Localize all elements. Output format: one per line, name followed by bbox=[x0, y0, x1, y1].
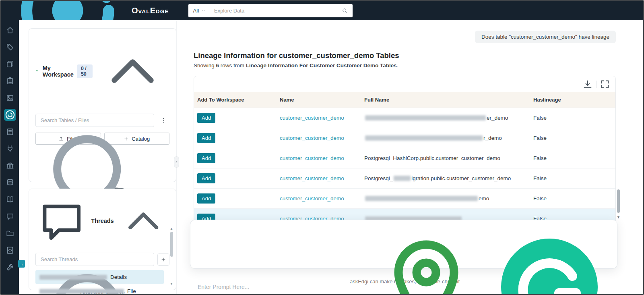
table-row: Addcustomer_customer_demor_demoFalse bbox=[194, 128, 615, 148]
main-scrollbar-thumb[interactable] bbox=[617, 189, 620, 213]
rail-askedgi-icon[interactable] bbox=[4, 109, 16, 121]
column-header: Haslineage bbox=[530, 92, 615, 108]
table-name-link[interactable]: customer_customer_demo bbox=[280, 195, 344, 202]
rail-home-icon[interactable] bbox=[6, 26, 14, 35]
fullscreen-icon bbox=[599, 79, 611, 90]
threads-scrollbar[interactable]: ▲ ▼ bbox=[169, 227, 174, 286]
results-table-card: Add To WorkspaceNameFull NameHaslineage … bbox=[194, 76, 616, 229]
table-row: Addcustomer_customer_demoPostgresql_Hash… bbox=[194, 148, 615, 168]
left-panel: My Workspace 0 / 50 Files bbox=[19, 20, 177, 294]
chevron-left-icon bbox=[174, 160, 179, 164]
workspace-header: My Workspace 0 / 50 bbox=[35, 34, 169, 108]
scroll-up-icon[interactable]: ▲ bbox=[170, 227, 173, 231]
column-header: Full Name bbox=[361, 92, 530, 108]
user-question-chip: Does table "customer_customer_demo" have… bbox=[475, 31, 616, 43]
toolbar-divider bbox=[596, 81, 597, 88]
grammarly-extension-icon[interactable] bbox=[489, 226, 610, 295]
add-to-workspace-button[interactable]: Add bbox=[197, 113, 215, 123]
left-rail bbox=[1, 20, 19, 294]
chat-main: Does table "customer_customer_demo" have… bbox=[177, 20, 643, 294]
global-search: All bbox=[188, 4, 353, 17]
threads-card: Threads DetailsFileFileThird Party Jars … bbox=[29, 189, 176, 290]
haslineage-cell: False bbox=[530, 148, 615, 168]
prompt-card bbox=[190, 220, 617, 269]
table-toolbar bbox=[194, 76, 615, 92]
rail-query-sheet-icon[interactable] bbox=[6, 246, 14, 255]
full-name-cell: Postgresql_HashiCorp.public.customer_cus… bbox=[361, 148, 530, 168]
threads-header: Threads bbox=[35, 195, 169, 247]
expand-rail-button[interactable]: → bbox=[18, 260, 25, 268]
column-header: Name bbox=[277, 92, 361, 108]
rail-collaboration-icon[interactable] bbox=[6, 212, 14, 221]
pin-extension-icon[interactable] bbox=[366, 226, 487, 295]
redacted-text bbox=[365, 135, 483, 141]
result-row-count: 6 bbox=[216, 62, 219, 69]
workspace-dots-icon bbox=[35, 68, 39, 75]
plus-icon bbox=[161, 257, 166, 262]
threads-scrollbar-thumb[interactable] bbox=[170, 232, 173, 257]
rail-admin-tools-icon[interactable] bbox=[6, 263, 14, 272]
add-to-workspace-button[interactable]: Add bbox=[197, 133, 215, 143]
global-search-input[interactable] bbox=[210, 8, 342, 14]
full-name-cell: emo bbox=[361, 188, 530, 208]
rail-catalog-icon[interactable] bbox=[6, 60, 14, 69]
search-icon bbox=[342, 8, 348, 14]
workspace-card: My Workspace 0 / 50 Files bbox=[29, 28, 176, 182]
redacted-text bbox=[39, 275, 107, 280]
collapse-threads-icon[interactable] bbox=[117, 195, 169, 247]
rail-projects-icon[interactable] bbox=[6, 229, 14, 238]
collapse-workspace-icon[interactable] bbox=[96, 34, 169, 108]
collapse-panel-handle[interactable] bbox=[174, 156, 179, 168]
result-title: Lineage Information for customer_custome… bbox=[194, 51, 616, 60]
rail-glossary-icon[interactable] bbox=[6, 195, 14, 204]
table-body: Addcustomer_customer_demoer_demoFalseAdd… bbox=[194, 108, 615, 229]
search-scope-dropdown[interactable]: All bbox=[188, 4, 210, 17]
rail-clipboard-icon[interactable] bbox=[6, 77, 14, 85]
prompt-input[interactable] bbox=[198, 284, 363, 290]
rail-media-icon[interactable] bbox=[6, 93, 14, 102]
add-to-workspace-button[interactable]: Add bbox=[197, 153, 215, 163]
workspace-count-badge: 0 / 50 bbox=[77, 64, 93, 78]
rail-tags-icon[interactable] bbox=[6, 43, 14, 52]
table-name-link[interactable]: customer_customer_demo bbox=[280, 175, 344, 181]
table-header-row: Add To WorkspaceNameFull NameHaslineage bbox=[194, 92, 615, 108]
results-table: Add To WorkspaceNameFull NameHaslineage … bbox=[194, 92, 615, 229]
workspace-title: My Workspace bbox=[43, 65, 74, 78]
result-source-name: Lineage Information For Customer Custome… bbox=[246, 62, 397, 69]
table-row: Addcustomer_customer_demoer_demoFalse bbox=[194, 108, 615, 128]
rail-data-quality-icon[interactable] bbox=[6, 178, 14, 187]
haslineage-cell: False bbox=[530, 188, 615, 208]
table-row: Addcustomer_customer_demoemoFalse bbox=[194, 188, 615, 208]
workspace-search bbox=[35, 114, 154, 127]
scroll-down-icon[interactable]: ▼ bbox=[170, 282, 173, 286]
table-name-link[interactable]: customer_customer_demo bbox=[280, 115, 344, 121]
haslineage-cell: False bbox=[530, 168, 615, 188]
result-subtitle: Showing 6 rows from Lineage Information … bbox=[194, 62, 616, 69]
add-to-workspace-button[interactable]: Add bbox=[197, 193, 215, 204]
new-thread-button[interactable] bbox=[157, 253, 169, 266]
kebab-icon bbox=[160, 117, 167, 124]
caret-down-icon bbox=[201, 8, 206, 13]
workspace-menu-button[interactable] bbox=[157, 114, 169, 127]
prompt-extensions bbox=[366, 226, 610, 295]
full-name-cell: Postgresql_igration.public.customer_cust… bbox=[361, 168, 530, 188]
threads-title: Threads bbox=[91, 218, 114, 224]
redacted-text bbox=[394, 176, 411, 181]
brand-name: OVALEDGE bbox=[132, 6, 169, 15]
threads-search bbox=[35, 253, 154, 266]
download-button[interactable] bbox=[582, 79, 593, 89]
expand-table-button[interactable] bbox=[599, 79, 611, 89]
threads-icon bbox=[35, 195, 88, 247]
rail-institution-icon[interactable] bbox=[6, 161, 14, 170]
download-icon bbox=[582, 79, 593, 90]
redacted-text bbox=[365, 115, 486, 120]
haslineage-cell: False bbox=[530, 128, 615, 148]
rail-integrations-icon[interactable] bbox=[6, 144, 14, 153]
add-to-workspace-button[interactable]: Add bbox=[197, 173, 215, 183]
app-window: OVALEDGE All → My Workspace 0 / 50 bbox=[0, 0, 644, 295]
table-name-link[interactable]: customer_customer_demo bbox=[280, 135, 344, 141]
table-name-link[interactable]: customer_customer_demo bbox=[280, 155, 344, 161]
scroll-down-icon[interactable]: ▼ bbox=[617, 215, 620, 219]
search-scope-value: All bbox=[193, 8, 199, 14]
rail-governance-icon[interactable] bbox=[6, 127, 14, 136]
